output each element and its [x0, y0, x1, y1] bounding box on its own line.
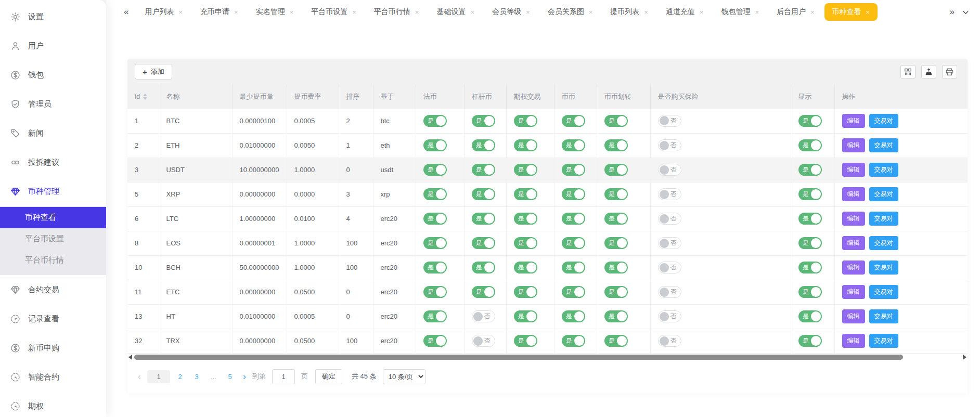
show-toggle-on[interactable]: 是: [798, 335, 822, 347]
insurance-toggle-off[interactable]: 否: [658, 262, 681, 273]
page-link-1[interactable]: 1: [147, 370, 170, 383]
options-toggle-on[interactable]: 是: [514, 335, 537, 347]
tab-realname-manage[interactable]: 实名管理×: [248, 3, 302, 21]
sort-icon[interactable]: [143, 94, 147, 100]
coin-toggle-on[interactable]: 是: [562, 237, 585, 249]
page-size-select[interactable]: 10 条/页: [383, 369, 425, 384]
leverage-toggle-on[interactable]: 是: [472, 262, 495, 273]
sidebar-item-options[interactable]: 期权: [0, 392, 106, 417]
edit-button[interactable]: 编辑: [842, 212, 865, 226]
sidebar-item-new-coin[interactable]: 新币申购: [0, 333, 106, 362]
insurance-toggle-off[interactable]: 否: [658, 164, 681, 176]
tab-channel-recharge[interactable]: 通道充值×: [658, 3, 712, 21]
fiat-toggle-on[interactable]: 是: [423, 237, 447, 249]
show-toggle-on[interactable]: 是: [798, 237, 822, 249]
insurance-toggle-off[interactable]: 否: [658, 188, 681, 200]
scrollbar-right-arrow-icon[interactable]: [963, 355, 966, 360]
tab-close-icon[interactable]: ×: [352, 8, 356, 16]
show-toggle-on[interactable]: 是: [798, 262, 822, 273]
sidebar-item-news[interactable]: 新闻: [0, 119, 106, 148]
show-toggle-on[interactable]: 是: [798, 139, 822, 151]
fiat-toggle-on[interactable]: 是: [423, 213, 447, 225]
scrollbar-track[interactable]: [134, 355, 961, 360]
goto-page-input[interactable]: [272, 369, 295, 384]
options-toggle-on[interactable]: 是: [514, 310, 537, 322]
tab-close-icon[interactable]: ×: [526, 8, 530, 16]
export-icon[interactable]: [921, 65, 936, 79]
sidebar-subitem-platform-coin-quotes[interactable]: 平台币行情: [0, 250, 106, 271]
tabs-scroll-right-icon[interactable]: »: [946, 7, 959, 17]
tab-close-icon[interactable]: ×: [415, 8, 419, 16]
options-toggle-on[interactable]: 是: [514, 164, 537, 176]
leverage-toggle-on[interactable]: 是: [472, 286, 495, 298]
edit-button[interactable]: 编辑: [842, 309, 865, 323]
coin-toggle-on[interactable]: 是: [562, 286, 585, 298]
coin-toggle-on[interactable]: 是: [562, 188, 585, 200]
trade-pair-button[interactable]: 交易对: [869, 309, 898, 323]
scrollbar-thumb[interactable]: [134, 355, 903, 360]
transfer-toggle-on[interactable]: 是: [604, 335, 628, 347]
sidebar-item-coin-manage[interactable]: 币种管理: [0, 177, 106, 206]
page-link-5[interactable]: 5: [223, 370, 237, 383]
transfer-toggle-on[interactable]: 是: [604, 139, 628, 151]
tabs-scroll-left-icon[interactable]: «: [120, 7, 133, 17]
insurance-toggle-off[interactable]: 否: [658, 286, 681, 298]
leverage-toggle-off[interactable]: 否: [472, 310, 495, 322]
fiat-toggle-on[interactable]: 是: [423, 262, 447, 273]
tab-member-relation[interactable]: 会员关系图×: [540, 3, 601, 21]
edit-button[interactable]: 编辑: [842, 334, 865, 348]
tab-platform-coin-settings[interactable]: 平台币设置×: [303, 3, 364, 21]
next-page-icon[interactable]: ›: [241, 372, 248, 381]
sidebar-subitem-platform-coin-settings[interactable]: 平台币设置: [0, 228, 106, 250]
sidebar-item-contract-trade[interactable]: 合约交易: [0, 275, 106, 304]
coin-toggle-on[interactable]: 是: [562, 310, 585, 322]
coin-toggle-on[interactable]: 是: [562, 115, 585, 127]
page-link-3[interactable]: 3: [190, 370, 203, 383]
tab-close-icon[interactable]: ×: [700, 8, 704, 16]
leverage-toggle-on[interactable]: 是: [472, 164, 495, 176]
transfer-toggle-on[interactable]: 是: [604, 188, 628, 200]
tab-deposit-apply[interactable]: 充币申请×: [192, 3, 246, 21]
tab-close-icon[interactable]: ×: [234, 8, 238, 16]
sidebar-item-feedback[interactable]: 投拆建议: [0, 148, 106, 177]
coin-toggle-on[interactable]: 是: [562, 335, 585, 347]
coin-toggle-on[interactable]: 是: [562, 213, 585, 225]
show-toggle-on[interactable]: 是: [798, 286, 822, 298]
show-toggle-on[interactable]: 是: [798, 164, 822, 176]
print-icon[interactable]: [942, 65, 957, 79]
coin-toggle-on[interactable]: 是: [562, 139, 585, 151]
transfer-toggle-on[interactable]: 是: [604, 286, 628, 298]
tab-backend-users[interactable]: 后台用户×: [769, 3, 822, 21]
scrollbar-left-arrow-icon[interactable]: [128, 355, 132, 360]
leverage-toggle-on[interactable]: 是: [472, 139, 495, 151]
tabs-collapse-chevron-down-icon[interactable]: [959, 8, 973, 16]
tab-wallet-manage[interactable]: 钱包管理×: [713, 3, 767, 21]
tab-close-icon[interactable]: ×: [755, 8, 759, 16]
leverage-toggle-on[interactable]: 是: [472, 115, 495, 127]
coin-toggle-on[interactable]: 是: [562, 164, 585, 176]
edit-button[interactable]: 编辑: [842, 285, 865, 299]
trade-pair-button[interactable]: 交易对: [869, 114, 898, 128]
options-toggle-on[interactable]: 是: [514, 286, 537, 298]
insurance-toggle-off[interactable]: 否: [658, 310, 681, 322]
leverage-toggle-on[interactable]: 是: [472, 188, 495, 200]
prev-page-icon[interactable]: ‹: [136, 372, 143, 381]
edit-button[interactable]: 编辑: [842, 187, 865, 201]
show-toggle-on[interactable]: 是: [798, 115, 822, 127]
transfer-toggle-on[interactable]: 是: [604, 237, 628, 249]
tab-close-icon[interactable]: ×: [866, 8, 870, 16]
options-toggle-on[interactable]: 是: [514, 139, 537, 151]
show-toggle-on[interactable]: 是: [798, 310, 822, 322]
tab-coin-view[interactable]: 币种查看×: [824, 3, 878, 21]
transfer-toggle-on[interactable]: 是: [604, 310, 628, 322]
options-toggle-on[interactable]: 是: [514, 262, 537, 273]
tab-close-icon[interactable]: ×: [178, 8, 183, 16]
edit-button[interactable]: 编辑: [842, 163, 865, 177]
edit-button[interactable]: 编辑: [842, 114, 865, 128]
transfer-toggle-on[interactable]: 是: [604, 213, 628, 225]
tab-user-list[interactable]: 用户列表×: [137, 3, 190, 21]
fiat-toggle-on[interactable]: 是: [423, 115, 447, 127]
tab-basic-settings[interactable]: 基础设置×: [429, 3, 482, 21]
trade-pair-button[interactable]: 交易对: [869, 334, 898, 348]
show-toggle-on[interactable]: 是: [798, 213, 822, 225]
